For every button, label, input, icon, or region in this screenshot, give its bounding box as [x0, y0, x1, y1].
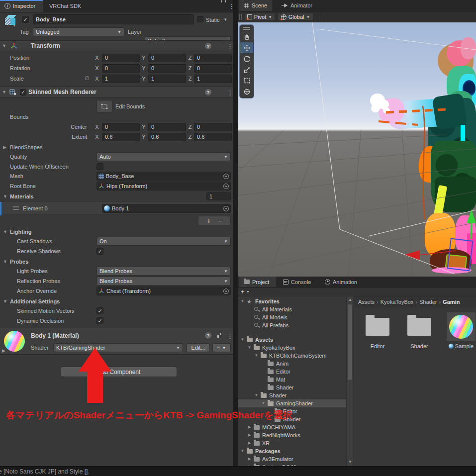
object-picker-icon[interactable]: [223, 206, 229, 211]
light-probes-dropdown[interactable]: Blend Probes▼: [96, 267, 231, 276]
skinned-motion-vectors-checkbox[interactable]: ✓: [96, 307, 103, 314]
add-asset-button[interactable]: +: [241, 288, 245, 295]
lighting-title[interactable]: Lighting: [10, 229, 31, 235]
breadcrumb-assets[interactable]: Assets: [358, 299, 375, 305]
breadcrumb-shader[interactable]: Shader: [419, 299, 437, 305]
tree-item-av3emulator[interactable]: ▶Av3Emulator: [238, 455, 346, 463]
smr-header[interactable]: ▼ ✓ Skinned Mesh Renderer ? ⋮: [0, 87, 233, 97]
global-dropdown[interactable]: Global ▼: [278, 13, 313, 21]
add-element-button[interactable]: +: [207, 217, 211, 225]
chevron-down-icon[interactable]: ▼: [254, 352, 259, 360]
gameobject-name-field[interactable]: Body_Base: [33, 14, 194, 24]
scrollbar-thumb[interactable]: [348, 304, 352, 380]
move-tool-button[interactable]: [240, 42, 253, 53]
remove-element-button[interactable]: −: [218, 217, 222, 225]
chevron-down-icon[interactable]: ▼: [3, 194, 9, 199]
transform-header[interactable]: ▼ Transform ? ⋮: [0, 40, 233, 51]
scroll-up-icon[interactable]: ▲: [348, 297, 352, 302]
mesh-object-field[interactable]: Body_Base: [96, 172, 231, 181]
rect-tool-button[interactable]: [240, 75, 253, 86]
scale-z-input[interactable]: 1: [194, 75, 232, 83]
help-icon[interactable]: ?: [205, 43, 211, 49]
chevron-down-icon[interactable]: ▼: [240, 297, 245, 305]
chevron-down-icon[interactable]: ▼: [3, 299, 9, 304]
scale-x-input[interactable]: 1: [102, 75, 140, 83]
tab-animation[interactable]: Animation: [320, 277, 365, 287]
asset-item-shader[interactable]: Shader: [405, 312, 434, 369]
tree-item-mochiyama[interactable]: ▶MOCHIYAMA: [238, 423, 346, 431]
gameobject-active-checkbox[interactable]: ✓: [22, 16, 29, 23]
hand-tool-button[interactable]: [240, 31, 253, 42]
static-checkbox[interactable]: [197, 16, 203, 22]
add-asset-caret[interactable]: ▼: [246, 290, 250, 293]
rotate-tool-button[interactable]: [240, 53, 253, 64]
gameobject-icon-caret[interactable]: ▾: [13, 23, 15, 28]
tree-item-mat[interactable]: Mat: [238, 376, 346, 383]
link-broken-icon[interactable]: ∅: [85, 75, 90, 82]
chevron-down-icon[interactable]: ▼: [240, 336, 245, 344]
static-caret[interactable]: ▾: [224, 17, 227, 22]
chevron-down-icon[interactable]: ▼: [2, 90, 8, 95]
tree-item-shader[interactable]: ▼Shader: [238, 391, 346, 399]
additional-settings-title[interactable]: Additional Settings: [10, 298, 60, 304]
materials-size-field[interactable]: 1: [206, 192, 231, 200]
position-x-input[interactable]: 0: [102, 54, 140, 62]
material-element-row[interactable]: Element 0 Body 1: [0, 201, 233, 215]
tree-item-rednightworks[interactable]: ▶RedNightWorks: [238, 431, 346, 439]
chevron-right-icon[interactable]: ▶: [3, 145, 9, 150]
extent-z-input[interactable]: 0.6: [194, 133, 232, 141]
materials-label[interactable]: Materials: [10, 193, 34, 199]
tab-vrchat-sdk[interactable]: VRChat SDK: [45, 0, 88, 12]
tree-item-xr[interactable]: ▶XR: [238, 439, 346, 447]
help-icon[interactable]: ?: [205, 332, 211, 339]
edit-bounds-button[interactable]: [96, 100, 112, 112]
update-offscreen-checkbox[interactable]: [96, 163, 103, 170]
smr-enabled-checkbox[interactable]: ✓: [20, 89, 26, 95]
tree-item-shader[interactable]: Shader: [238, 383, 346, 391]
tree-item-ktbglitchcamosystem[interactable]: ▼KTBGlitchCamoSystem: [238, 352, 346, 360]
tree-item-all-models[interactable]: All Models: [238, 313, 346, 321]
tab-animator[interactable]: Animator: [277, 0, 321, 11]
tree-item-all-prefabs[interactable]: All Prefabs: [238, 321, 346, 329]
overlay-drag-handle[interactable]: [243, 27, 250, 30]
position-z-input[interactable]: 0: [194, 54, 232, 62]
panel-divider[interactable]: [233, 0, 238, 466]
tab-scene[interactable]: Scene: [239, 0, 272, 11]
rotation-x-input[interactable]: 0: [102, 64, 140, 73]
root-bone-object-field[interactable]: Hips (Transform): [96, 182, 231, 190]
extent-x-input[interactable]: 0.6: [102, 133, 140, 141]
chevron-down-icon[interactable]: ▼: [2, 43, 8, 48]
tree-item-editor[interactable]: Editor: [238, 368, 346, 376]
object-picker-icon[interactable]: [223, 184, 229, 189]
tab-project[interactable]: Project: [239, 277, 276, 287]
tree-scrollbar[interactable]: ▲ ▼: [346, 296, 353, 466]
receive-shadows-checkbox[interactable]: ✓: [96, 248, 103, 255]
quality-dropdown[interactable]: Auto▼: [96, 152, 231, 161]
position-y-input[interactable]: 0: [148, 54, 186, 62]
chevron-right-icon[interactable]: ▶: [247, 423, 252, 431]
chevron-down-icon[interactable]: ▼: [240, 447, 245, 455]
chevron-down-icon[interactable]: ▼: [3, 229, 9, 234]
blendshapes-label[interactable]: BlendShapes: [10, 144, 42, 150]
dynamic-occlusion-checkbox[interactable]: ✓: [96, 317, 103, 324]
chevron-right-icon[interactable]: ▶: [247, 431, 252, 439]
cast-shadows-dropdown[interactable]: On▼: [96, 237, 231, 246]
scroll-down-icon[interactable]: ▼: [348, 460, 352, 464]
asset-item-sample[interactable]: Sample: [447, 312, 476, 369]
tree-item-all-materials[interactable]: All Materials: [238, 305, 346, 313]
tree-item-anim[interactable]: Anim: [238, 360, 346, 368]
center-x-input[interactable]: 0: [102, 123, 140, 131]
scale-tool-button[interactable]: [240, 64, 253, 75]
breadcrumb-kyokatoybox[interactable]: KyokaToyBox: [381, 299, 414, 305]
extent-y-input[interactable]: 0.6: [148, 133, 186, 141]
chevron-down-icon[interactable]: ▼: [247, 344, 252, 352]
tab-inspector[interactable]: i Inspector: [0, 0, 43, 12]
shader-list-button[interactable]: ≡▼: [212, 343, 231, 352]
center-z-input[interactable]: 0: [194, 123, 232, 131]
tree-item-kyokatoybox[interactable]: ▼KyokaToyBox: [238, 344, 346, 352]
chevron-down-icon[interactable]: ▼: [3, 259, 9, 264]
drag-handle-icon[interactable]: [13, 206, 19, 210]
asset-item-editor[interactable]: Editor: [363, 312, 392, 369]
chevron-right-icon[interactable]: ▶: [247, 455, 252, 463]
object-picker-icon[interactable]: [223, 288, 229, 294]
